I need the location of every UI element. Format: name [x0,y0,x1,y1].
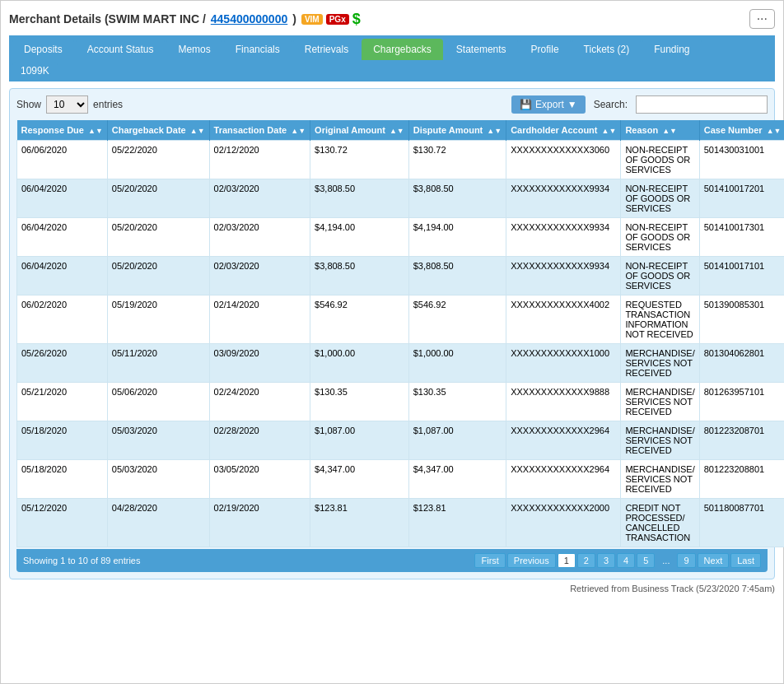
page-btn-4[interactable]: 4 [617,553,635,568]
cell-original_amount: $123.81 [310,499,409,547]
cell-case_number: 501390085301 [699,295,784,344]
cell-chargeback_date: 05/03/2020 [107,421,209,460]
table-head: Response Due ▲▼Chargeback Date ▲▼Transac… [17,120,785,141]
cell-reason: NON-RECEIPT OF GOODS OR SERVICES [621,179,699,218]
cell-response_due: 06/04/2020 [17,179,108,218]
table-row: 05/18/202005/03/202003/05/2020$4,347.00$… [17,460,785,499]
ellipsis-button[interactable]: ··· [749,9,775,29]
col-transaction_date[interactable]: Transaction Date ▲▼ [209,120,310,141]
footer-note: Retrieved from Business Track (5/23/2020… [9,584,775,593]
page-btn-...: ... [656,553,675,568]
export-label: Export [535,99,564,110]
cell-response_due: 05/18/2020 [17,421,108,460]
cell-original_amount: $546.92 [310,295,409,344]
cell-case_number: 501430031001 [699,141,784,179]
table-row: 05/26/202005/11/202003/09/2020$1,000.00$… [17,344,785,383]
col-chargeback_date[interactable]: Chargeback Date ▲▼ [107,120,209,141]
sort-icon: ▲▼ [190,127,205,135]
cell-chargeback_date: 05/20/2020 [107,179,209,218]
col-response_due[interactable]: Response Due ▲▼ [17,120,108,141]
tab-deposits[interactable]: Deposits [12,39,74,60]
page-btn-next[interactable]: Next [698,553,730,568]
cell-dispute_amount: $1,087.00 [408,421,506,460]
entries-select[interactable]: 102550100 [46,95,88,114]
tab-tickets-2[interactable]: Tickets (2) [572,39,642,60]
cell-dispute_amount: $123.81 [408,499,506,547]
page-btn-1[interactable]: 1 [558,553,576,568]
cell-transaction_date: 02/24/2020 [209,383,310,421]
page-btn-5[interactable]: 5 [637,553,655,568]
cell-original_amount: $130.72 [310,141,409,179]
table-row: 05/12/202004/28/202002/19/2020$123.81$12… [17,499,785,547]
cell-cardholder_account: XXXXXXXXXXXXX2000 [506,499,621,547]
cell-cardholder_account: XXXXXXXXXXXXX2964 [506,421,621,460]
tab-account-status[interactable]: Account Status [76,39,166,60]
sort-icon: ▲▼ [662,127,677,135]
page-btn-last[interactable]: Last [730,553,761,568]
cell-response_due: 06/04/2020 [17,257,108,295]
cell-cardholder_account: XXXXXXXXXXXXX9934 [506,218,621,257]
cell-cardholder_account: XXXXXXXXXXXXX9888 [506,383,621,421]
cell-cardholder_account: XXXXXXXXXXXXX9934 [506,179,621,218]
col-dispute_amount[interactable]: Dispute Amount ▲▼ [408,120,506,141]
cell-dispute_amount: $130.35 [408,383,506,421]
pci-icon: PGx [326,14,349,25]
page-btn-9[interactable]: 9 [677,553,695,568]
tab-financials[interactable]: Financials [224,39,292,60]
cell-original_amount: $130.35 [310,383,409,421]
cell-dispute_amount: $546.92 [408,295,506,344]
sort-icon: ▲▼ [291,127,306,135]
tab-funding[interactable]: Funding [642,39,701,60]
page-btn-first[interactable]: First [474,553,505,568]
col-original_amount[interactable]: Original Amount ▲▼ [310,120,409,141]
tab-chargebacks[interactable]: Chargebacks [362,39,443,60]
cell-case_number: 801223208701 [699,421,784,460]
cell-chargeback_date: 05/06/2020 [107,383,209,421]
cell-transaction_date: 03/09/2020 [209,344,310,383]
cell-original_amount: $1,000.00 [310,344,409,383]
cell-reason: REQUESTED TRANSACTION INFORMATION NOT RE… [621,295,699,344]
cell-transaction_date: 02/03/2020 [209,179,310,218]
search-input[interactable] [636,95,768,114]
cell-case_number: 501180087701 [699,499,784,547]
cell-dispute_amount: $4,347.00 [408,460,506,499]
pagination-buttons: FirstPrevious12345...9NextLast [474,553,761,568]
subtab-1099k[interactable]: 1099K [12,62,58,80]
cell-reason: NON-RECEIPT OF GOODS OR SERVICES [621,141,699,179]
col-cardholder_account[interactable]: Cardholder Account ▲▼ [506,120,621,141]
export-icon: 💾 [520,99,532,110]
cell-transaction_date: 02/14/2020 [209,295,310,344]
cell-reason: MERCHANDISE/ SERVICES NOT RECEIVED [621,344,699,383]
page-btn-3[interactable]: 3 [597,553,615,568]
page-btn-2[interactable]: 2 [577,553,595,568]
tab-profile[interactable]: Profile [520,39,571,60]
table-row: 06/04/202005/20/202002/03/2020$3,808.50$… [17,257,785,295]
sub-tabs: 1099K [9,60,775,81]
tab-memos[interactable]: Memos [166,39,222,60]
table-body: 06/06/202005/22/202002/12/2020$130.72$13… [17,141,785,547]
sort-icon: ▲▼ [602,127,617,135]
cell-response_due: 06/02/2020 [17,295,108,344]
cell-transaction_date: 02/28/2020 [209,421,310,460]
export-button[interactable]: 💾 Export ▼ [511,95,586,114]
nav-container: DepositsAccount StatusMemosFinancialsRet… [9,35,775,81]
cell-reason: CREDIT NOT PROCESSED/ CANCELLED TRANSACT… [621,499,699,547]
search-label: Search: [594,99,628,110]
col-reason[interactable]: Reason ▲▼ [621,120,699,141]
dollar-icon: $ [352,11,361,28]
cell-transaction_date: 02/03/2020 [209,218,310,257]
tab-retrievals[interactable]: Retrievals [293,39,360,60]
cell-transaction_date: 02/12/2020 [209,141,310,179]
title-bar-left: Merchant Details (SWIM MART INC / 445400… [9,11,361,28]
cell-case_number: 801263957101 [699,383,784,421]
table-row: 06/04/202005/20/202002/03/2020$4,194.00$… [17,218,785,257]
cell-cardholder_account: XXXXXXXXXXXXX9934 [506,257,621,295]
cell-reason: MERCHANDISE/ SERVICES NOT RECEIVED [621,383,699,421]
col-case_number[interactable]: Case Number ▲▼ [699,120,784,141]
cell-chargeback_date: 05/22/2020 [107,141,209,179]
page-btn-previous[interactable]: Previous [507,553,556,568]
merchant-id-link[interactable]: 445400000000 [211,12,287,26]
pagination-bar: Showing 1 to 10 of 89 entries FirstPrevi… [16,549,768,572]
tab-statements[interactable]: Statements [445,39,518,60]
merchant-title-prefix: Merchant Details (SWIM MART INC / [9,12,206,26]
